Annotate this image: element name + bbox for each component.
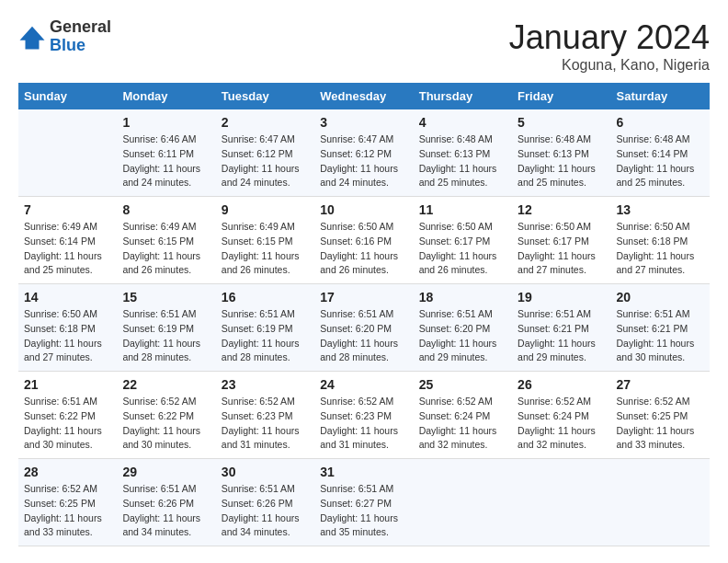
day-number: 30 (222, 465, 309, 479)
day-info: Sunrise: 6:50 AMSunset: 6:17 PMDaylight:… (419, 220, 506, 278)
day-info: Sunrise: 6:51 AMSunset: 6:19 PMDaylight:… (122, 307, 210, 365)
day-number: 23 (222, 377, 309, 392)
logo-general: General (50, 18, 111, 37)
calendar-week-row: 28Sunrise: 6:52 AMSunset: 6:25 PMDayligh… (18, 459, 710, 546)
calendar-cell: 11Sunrise: 6:50 AMSunset: 6:17 PMDayligh… (414, 197, 512, 284)
day-number: 29 (122, 465, 210, 479)
day-info: Sunrise: 6:47 AMSunset: 6:12 PMDaylight:… (320, 132, 407, 190)
calendar-cell: 23Sunrise: 6:52 AMSunset: 6:23 PMDayligh… (216, 372, 314, 459)
day-number: 8 (122, 202, 210, 217)
calendar-cell: 21Sunrise: 6:51 AMSunset: 6:22 PMDayligh… (18, 372, 117, 459)
calendar-cell: 10Sunrise: 6:50 AMSunset: 6:16 PMDayligh… (314, 197, 413, 284)
day-number: 5 (518, 115, 605, 130)
day-number: 27 (617, 377, 704, 392)
logo-blue: Blue (50, 37, 111, 55)
day-number: 13 (617, 202, 704, 217)
day-info: Sunrise: 6:51 AMSunset: 6:20 PMDaylight:… (419, 307, 506, 365)
day-number: 19 (518, 290, 605, 304)
day-number: 18 (419, 290, 506, 304)
calendar-cell: 30Sunrise: 6:51 AMSunset: 6:26 PMDayligh… (216, 459, 314, 546)
day-number: 31 (320, 465, 407, 479)
day-number: 17 (320, 290, 407, 304)
day-number: 14 (24, 290, 111, 304)
day-info: Sunrise: 6:52 AMSunset: 6:23 PMDaylight:… (222, 395, 309, 453)
day-info: Sunrise: 6:52 AMSunset: 6:23 PMDaylight:… (320, 395, 407, 453)
day-number: 20 (617, 290, 704, 304)
header-day-saturday: Saturday (611, 83, 710, 109)
header-day-friday: Friday (512, 83, 610, 109)
calendar-week-row: 7Sunrise: 6:49 AMSunset: 6:14 PMDaylight… (18, 197, 710, 284)
calendar-cell: 20Sunrise: 6:51 AMSunset: 6:21 PMDayligh… (611, 284, 710, 372)
calendar-header-row: SundayMondayTuesdayWednesdayThursdayFrid… (18, 83, 710, 109)
day-info: Sunrise: 6:49 AMSunset: 6:15 PMDaylight:… (222, 220, 309, 278)
calendar-cell (611, 459, 710, 546)
calendar-cell (414, 459, 512, 546)
day-info: Sunrise: 6:51 AMSunset: 6:26 PMDaylight:… (222, 482, 309, 540)
calendar-cell: 17Sunrise: 6:51 AMSunset: 6:20 PMDayligh… (314, 284, 413, 372)
calendar-cell: 4Sunrise: 6:48 AMSunset: 6:13 PMDaylight… (414, 109, 512, 197)
header-day-monday: Monday (117, 83, 215, 109)
day-info: Sunrise: 6:47 AMSunset: 6:12 PMDaylight:… (222, 132, 309, 190)
calendar-cell: 13Sunrise: 6:50 AMSunset: 6:18 PMDayligh… (611, 197, 710, 284)
calendar-cell: 24Sunrise: 6:52 AMSunset: 6:23 PMDayligh… (314, 372, 413, 459)
day-number: 25 (419, 377, 506, 392)
day-number: 2 (222, 115, 309, 130)
day-number: 1 (122, 115, 210, 130)
day-number: 12 (518, 202, 605, 217)
calendar-cell: 22Sunrise: 6:52 AMSunset: 6:22 PMDayligh… (117, 372, 215, 459)
day-info: Sunrise: 6:48 AMSunset: 6:14 PMDaylight:… (617, 132, 704, 190)
calendar-cell: 31Sunrise: 6:51 AMSunset: 6:27 PMDayligh… (314, 459, 413, 546)
day-number: 21 (24, 377, 111, 392)
day-info: Sunrise: 6:48 AMSunset: 6:13 PMDaylight:… (518, 132, 605, 190)
day-info: Sunrise: 6:48 AMSunset: 6:13 PMDaylight:… (419, 132, 506, 190)
day-info: Sunrise: 6:51 AMSunset: 6:20 PMDaylight:… (320, 307, 407, 365)
day-info: Sunrise: 6:51 AMSunset: 6:22 PMDaylight:… (24, 395, 111, 453)
day-number: 28 (24, 465, 111, 479)
day-info: Sunrise: 6:50 AMSunset: 6:18 PMDaylight:… (617, 220, 704, 278)
day-number: 22 (122, 377, 210, 392)
header-day-wednesday: Wednesday (314, 83, 413, 109)
calendar-table: SundayMondayTuesdayWednesdayThursdayFrid… (18, 83, 710, 546)
calendar-cell: 5Sunrise: 6:48 AMSunset: 6:13 PMDaylight… (512, 109, 610, 197)
day-number: 6 (617, 115, 704, 130)
day-info: Sunrise: 6:51 AMSunset: 6:19 PMDaylight:… (222, 307, 309, 365)
calendar-week-row: 1Sunrise: 6:46 AMSunset: 6:11 PMDaylight… (18, 109, 710, 197)
day-number: 9 (222, 202, 309, 217)
calendar-cell: 2Sunrise: 6:47 AMSunset: 6:12 PMDaylight… (216, 109, 314, 197)
day-info: Sunrise: 6:46 AMSunset: 6:11 PMDaylight:… (122, 132, 210, 190)
calendar-cell: 29Sunrise: 6:51 AMSunset: 6:26 PMDayligh… (117, 459, 215, 546)
day-info: Sunrise: 6:51 AMSunset: 6:21 PMDaylight:… (617, 307, 704, 365)
day-info: Sunrise: 6:52 AMSunset: 6:24 PMDaylight:… (419, 395, 506, 453)
logo-icon (18, 23, 46, 51)
day-info: Sunrise: 6:50 AMSunset: 6:16 PMDaylight:… (320, 220, 407, 278)
calendar-cell: 25Sunrise: 6:52 AMSunset: 6:24 PMDayligh… (414, 372, 512, 459)
calendar-cell: 7Sunrise: 6:49 AMSunset: 6:14 PMDaylight… (18, 197, 117, 284)
day-number: 26 (518, 377, 605, 392)
title-block: January 2024 Koguna, Kano, Nigeria (509, 18, 710, 74)
day-number: 11 (419, 202, 506, 217)
day-info: Sunrise: 6:52 AMSunset: 6:24 PMDaylight:… (518, 395, 605, 453)
logo: General Blue (18, 18, 111, 55)
day-info: Sunrise: 6:52 AMSunset: 6:22 PMDaylight:… (122, 395, 210, 453)
calendar-week-row: 14Sunrise: 6:50 AMSunset: 6:18 PMDayligh… (18, 284, 710, 372)
main-title: January 2024 (509, 18, 710, 57)
calendar-cell: 16Sunrise: 6:51 AMSunset: 6:19 PMDayligh… (216, 284, 314, 372)
day-info: Sunrise: 6:51 AMSunset: 6:27 PMDaylight:… (320, 482, 407, 540)
day-number: 3 (320, 115, 407, 130)
day-number: 16 (222, 290, 309, 304)
day-number: 15 (122, 290, 210, 304)
calendar-cell: 14Sunrise: 6:50 AMSunset: 6:18 PMDayligh… (18, 284, 117, 372)
calendar-cell: 28Sunrise: 6:52 AMSunset: 6:25 PMDayligh… (18, 459, 117, 546)
day-number: 4 (419, 115, 506, 130)
logo-text: General Blue (50, 18, 111, 55)
calendar-cell: 19Sunrise: 6:51 AMSunset: 6:21 PMDayligh… (512, 284, 610, 372)
calendar-cell: 6Sunrise: 6:48 AMSunset: 6:14 PMDaylight… (611, 109, 710, 197)
calendar-cell: 3Sunrise: 6:47 AMSunset: 6:12 PMDaylight… (314, 109, 413, 197)
calendar-cell (18, 109, 117, 197)
calendar-week-row: 21Sunrise: 6:51 AMSunset: 6:22 PMDayligh… (18, 372, 710, 459)
day-number: 24 (320, 377, 407, 392)
calendar-cell: 26Sunrise: 6:52 AMSunset: 6:24 PMDayligh… (512, 372, 610, 459)
svg-marker-0 (20, 27, 45, 50)
day-info: Sunrise: 6:51 AMSunset: 6:21 PMDaylight:… (518, 307, 605, 365)
header-day-tuesday: Tuesday (216, 83, 314, 109)
